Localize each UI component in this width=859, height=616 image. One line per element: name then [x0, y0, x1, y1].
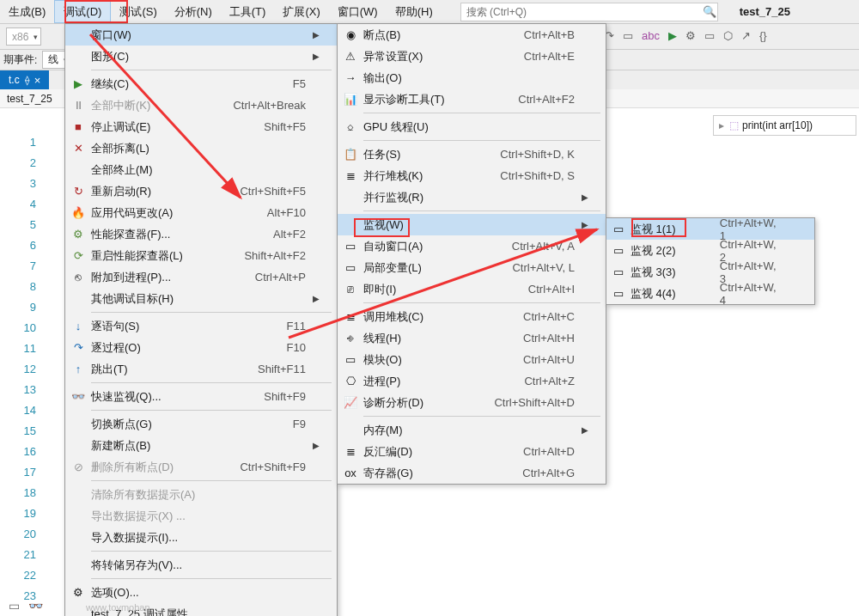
- menu-build[interactable]: 生成(B): [0, 0, 54, 23]
- menu-item-icon: ⎋: [65, 271, 91, 284]
- menu-item[interactable]: ▭自动窗口(A)Ctrl+Alt+V, A: [338, 235, 606, 257]
- menu-item-label: 重新启动(R): [91, 184, 211, 199]
- menu-item[interactable]: ↓逐语句(S)F11: [65, 315, 337, 337]
- menu-item[interactable]: ↷逐过程(O)F10: [65, 337, 337, 358]
- menu-item[interactable]: ▭局部变量(L)Ctrl+Alt+V, L: [338, 257, 606, 278]
- menu-item[interactable]: 并行监视(R)▶: [338, 186, 606, 208]
- file-tab[interactable]: t.c ⟠ ×: [0, 70, 49, 89]
- menu-item[interactable]: 切换断点(G)F9: [65, 413, 337, 435]
- menu-item-label: 模块(O): [363, 352, 465, 368]
- menu-item[interactable]: ▭监视 3(3)Ctrl+Alt+W, 3: [606, 261, 814, 283]
- menu-item-label: 应用代码更改(A): [91, 205, 211, 221]
- menu-item[interactable]: ≣并行堆栈(K)Ctrl+Shift+D, S: [338, 165, 606, 186]
- debug-menu: 窗口(W)▶图形(C)▶▶继续(C)F5⏸全部中断(K)Ctrl+Alt+Bre…: [64, 23, 338, 616]
- menu-help[interactable]: 帮助(H): [387, 0, 442, 23]
- menu-item[interactable]: ≣调用堆栈(C)Ctrl+Alt+C: [338, 306, 606, 327]
- menu-analyze[interactable]: 分析(N): [166, 0, 221, 23]
- flag-icon[interactable]: ▶: [668, 29, 677, 42]
- menu-window[interactable]: 窗口(W): [329, 0, 387, 23]
- menu-item[interactable]: 图形(C)▶: [65, 46, 337, 67]
- menu-item[interactable]: 全部终止(M): [65, 159, 337, 180]
- menu-item[interactable]: ⟳重启性能探查器(L)Shift+Alt+F2: [65, 245, 337, 266]
- abc-icon[interactable]: abc: [642, 29, 660, 42]
- menu-item-label: 附加到进程(P)...: [91, 270, 211, 285]
- menu-item[interactable]: 新建断点(B)▶: [65, 435, 337, 456]
- menu-debug[interactable]: 调试(D): [54, 0, 111, 23]
- curly-icon[interactable]: {}: [759, 29, 767, 42]
- menu-item[interactable]: ⚙性能探查器(F)...Alt+F2: [65, 223, 337, 245]
- output-icon[interactable]: ▭: [9, 599, 20, 613]
- search-icon: 🔍: [703, 5, 717, 18]
- line-number: 19: [0, 507, 43, 528]
- menu-item[interactable]: 导入数据提示(I)...: [65, 527, 337, 548]
- menu-item[interactable]: ↻重新启动(R)Ctrl+Shift+F5: [65, 180, 337, 202]
- menu-item[interactable]: ⎐GPU 线程(U): [338, 116, 606, 137]
- menu-tools[interactable]: 工具(T): [221, 0, 275, 23]
- error-icon[interactable]: 👓: [28, 599, 43, 613]
- window-icon[interactable]: ▭: [704, 29, 715, 42]
- bottom-status-icons: ▭ 👓: [9, 599, 43, 613]
- search-box[interactable]: 🔍: [460, 3, 718, 21]
- menu-item-icon: ✕: [65, 142, 91, 155]
- menu-item[interactable]: 窗口(W)▶: [65, 24, 337, 46]
- menu-item-label: 寄存器(G): [363, 466, 465, 481]
- menu-item-label: 新建断点(B): [91, 438, 211, 454]
- menu-item[interactable]: ⏸全部中断(K)Ctrl+Alt+Break: [65, 95, 337, 116]
- menu-test[interactable]: 测试(S): [111, 0, 165, 23]
- close-icon[interactable]: ×: [34, 74, 41, 87]
- method-nav[interactable]: ▸ ⬚ print(int arr[10]): [713, 115, 856, 136]
- menu-item-icon: ↻: [65, 185, 91, 198]
- menu-item[interactable]: ⎔进程(P)Ctrl+Alt+Z: [338, 370, 606, 392]
- menu-item[interactable]: 其他调试目标(H)▶: [65, 288, 337, 309]
- menu-item[interactable]: ▶继续(C)F5: [65, 73, 337, 95]
- menu-item-icon: ox: [338, 467, 363, 479]
- debug-windows-submenu: ◉断点(B)Ctrl+Alt+B⚠异常设置(X)Ctrl+Alt+E→输出(O)…: [337, 23, 606, 485]
- pin-icon[interactable]: ⟠: [25, 75, 29, 86]
- menu-item[interactable]: ▭监视 4(4)Ctrl+Alt+W, 4: [606, 283, 814, 304]
- tool-icon[interactable]: ⚙: [685, 29, 696, 42]
- menu-item[interactable]: 📋任务(S)Ctrl+Shift+D, K: [338, 143, 606, 165]
- menu-item[interactable]: ▭监视 2(2)Ctrl+Alt+W, 2: [606, 240, 814, 261]
- menu-item-shortcut: Ctrl+Alt+C: [503, 310, 580, 323]
- search-input[interactable]: [461, 6, 703, 18]
- menu-item[interactable]: ⚙选项(O)...: [65, 582, 337, 603]
- menu-item[interactable]: 清除所有数据提示(A): [65, 484, 337, 505]
- chevron-left-icon[interactable]: ▸: [719, 119, 724, 131]
- menu-item[interactable]: 👓快速监视(Q)...Shift+F9: [65, 386, 337, 407]
- menu-item[interactable]: ⊘删除所有断点(D)Ctrl+Shift+F9: [65, 456, 337, 478]
- gpu-icon[interactable]: ▭: [623, 29, 633, 42]
- menu-item[interactable]: →输出(O): [338, 67, 606, 88]
- menu-item-label: 导出数据提示(X) ...: [91, 509, 211, 524]
- menu-item-shortcut: Ctrl+Alt+U: [503, 353, 580, 366]
- line-number: 9: [0, 301, 43, 321]
- hex-icon[interactable]: ⬡: [723, 29, 733, 42]
- menu-item[interactable]: ↑跳出(T)Shift+F11: [65, 358, 337, 380]
- menu-item[interactable]: 🔥应用代码更改(A)Alt+F10: [65, 202, 337, 223]
- menu-extensions[interactable]: 扩展(X): [274, 0, 328, 23]
- menu-item[interactable]: ◉断点(B)Ctrl+Alt+B: [338, 24, 606, 46]
- menu-item-label: GPU 线程(U): [363, 119, 465, 135]
- platform-combo[interactable]: x86: [6, 27, 41, 46]
- menu-item[interactable]: 监视(W)▶: [338, 214, 606, 235]
- menu-item[interactable]: ▭模块(O)Ctrl+Alt+U: [338, 349, 606, 370]
- menu-item[interactable]: ▭监视 1(1)Ctrl+Alt+W, 1: [606, 218, 814, 240]
- menu-item[interactable]: 📈诊断分析(D)Ctrl+Shift+Alt+D: [338, 392, 606, 413]
- menu-item[interactable]: ⚠异常设置(X)Ctrl+Alt+E: [338, 46, 606, 67]
- menu-item[interactable]: ⎋附加到进程(P)...Ctrl+Alt+P: [65, 266, 337, 288]
- arrow-icon[interactable]: ↗: [741, 29, 751, 42]
- menu-item[interactable]: ⎚即时(I)Ctrl+Alt+I: [338, 278, 606, 300]
- menu-item[interactable]: ✕全部拆离(L): [65, 137, 337, 159]
- menu-item[interactable]: ■停止调试(E)Shift+F5: [65, 116, 337, 137]
- menu-item[interactable]: 📊显示诊断工具(T)Ctrl+Alt+F2: [338, 88, 606, 110]
- menu-item[interactable]: ⎆线程(H)Ctrl+Alt+H: [338, 327, 606, 349]
- menu-item-shortcut: Ctrl+Alt+I: [508, 283, 580, 296]
- menu-item[interactable]: ≣反汇编(D)Ctrl+Alt+D: [338, 441, 606, 462]
- menu-item[interactable]: 导出数据提示(X) ...: [65, 505, 337, 527]
- bp-label: 期事件: [3, 52, 34, 67]
- menu-item[interactable]: ox寄存器(G)Ctrl+Alt+G: [338, 462, 606, 484]
- menu-item-label: 输出(O): [363, 70, 465, 86]
- menu-item[interactable]: 内存(M)▶: [338, 419, 606, 441]
- menu-item-label: 即时(I): [363, 282, 465, 297]
- line-number: 7: [0, 259, 43, 280]
- menu-item[interactable]: 将转储另存为(V)...: [65, 554, 337, 576]
